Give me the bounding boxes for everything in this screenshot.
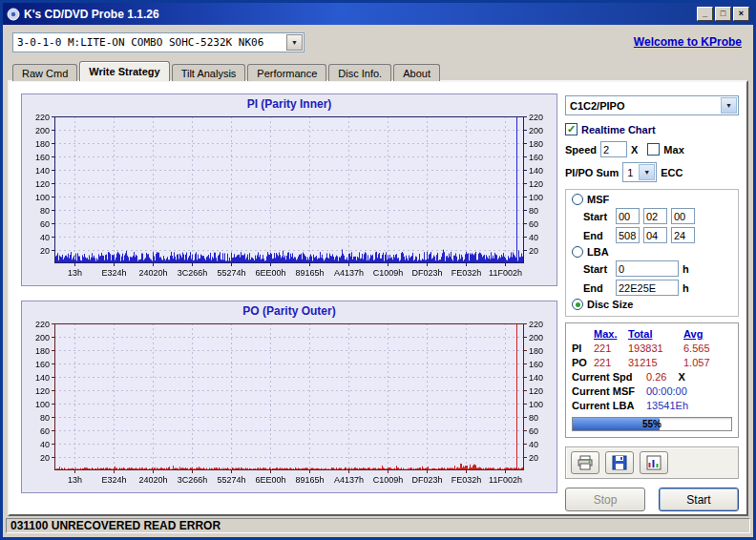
tab-performance[interactable]: Performance (247, 64, 326, 81)
pi-max-value: 221 (594, 342, 628, 356)
pi-total-value: 193831 (628, 342, 683, 356)
msf-radio[interactable] (572, 194, 583, 205)
stats-header-row: Max. Total Avg (572, 327, 732, 342)
pi-chart: PI (Parity Inner) (21, 93, 557, 286)
action-buttons: Stop Start (565, 488, 739, 511)
welcome-link[interactable]: Welcome to KProbe (634, 35, 742, 49)
po-chart: PO (Parity Outer) (21, 301, 557, 493)
device-select[interactable]: 3-0-1-0 M:LITE-ON COMBO SOHC-5232K NK06 … (12, 32, 304, 52)
msf-start-frame-input[interactable] (671, 208, 695, 224)
current-msf-row: Current MSF 00:00:00 (572, 384, 732, 399)
current-lba-row: Current LBA 13541Eh (572, 399, 732, 413)
realtime-chart-option: ✓ Realtime Chart (565, 123, 739, 135)
current-speed-unit: X (678, 370, 684, 384)
tab-strip: Raw CmdWrite StrategyTilt AnalysisPerfor… (3, 59, 753, 80)
window-controls: _ □ × (697, 7, 749, 21)
pi-avg-value: 6.565 (683, 342, 732, 356)
window-title: K's CD/DVD Probe 1.1.26 (24, 8, 693, 21)
floppy-disk-icon (612, 455, 627, 470)
speed-unit-label: X (631, 144, 638, 156)
current-msf-value: 00:00:00 (646, 384, 687, 399)
pipo-sum-label: PI/PO Sum (565, 167, 619, 178)
lba-label: LBA (587, 246, 609, 258)
title-bar[interactable]: K's CD/DVD Probe 1.1.26 _ □ × (3, 3, 753, 25)
app-window: K's CD/DVD Probe 1.1.26 _ □ × 3-0-1-0 M:… (0, 0, 756, 540)
msf-end-min-input[interactable] (616, 227, 640, 243)
tab-raw-cmd[interactable]: Raw Cmd (12, 64, 77, 81)
lba-end-unit: h (682, 282, 689, 294)
lba-start-label: Start (583, 263, 612, 275)
dropdown-arrow-icon[interactable]: ▼ (639, 164, 655, 180)
po-chart-title: PO (Parity Outer) (22, 301, 556, 320)
control-panel: C1C2/PIPO ▼ ✓ Realtime Chart Speed X Max… (565, 93, 739, 507)
current-speed-value: 0.26 (646, 370, 666, 384)
msf-start-min-input[interactable] (616, 208, 640, 224)
max-speed-label: Max (663, 144, 683, 156)
tab-disc-info-[interactable]: Disc Info. (328, 64, 391, 81)
speed-row: Speed X Max (565, 141, 739, 157)
stats-row-po: PO 221 31215 1.057 (572, 356, 732, 370)
start-button[interactable]: Start (659, 488, 739, 511)
pipo-sum-row: PI/PO Sum 1 ▼ ECC (565, 162, 739, 182)
pipo-sum-value: 1 (623, 167, 638, 178)
charts-area: PI (Parity Inner)PO (Parity Outer) (21, 93, 557, 507)
save-chart-image-button[interactable] (640, 451, 668, 474)
po-avg-value: 1.057 (683, 356, 732, 370)
lba-start-row: Start h (572, 260, 732, 277)
max-speed-checkbox[interactable] (647, 143, 660, 156)
current-lba-value: 13541Eh (646, 399, 688, 413)
tab-about[interactable]: About (393, 64, 440, 81)
progress-percent-label: 55% (573, 418, 731, 430)
stats-panel: Max. Total Avg PI 221 193831 6.565 PO 22… (565, 322, 739, 438)
current-msf-label: Current MSF (572, 384, 646, 399)
minimize-button[interactable]: _ (697, 7, 713, 21)
msf-start-row: Start (572, 208, 732, 224)
stats-header-max: Max. (594, 327, 628, 342)
maximize-button[interactable]: □ (715, 7, 731, 21)
po-max-value: 221 (594, 356, 628, 370)
progress-bar: 55% (572, 417, 732, 431)
mode-select-value: C1C2/PIPO (566, 100, 720, 112)
dropdown-arrow-icon[interactable]: ▼ (286, 34, 303, 51)
print-button[interactable] (571, 451, 599, 474)
msf-start-label: Start (583, 211, 612, 222)
current-speed-row: Current Spd 0.26 X (572, 370, 732, 384)
chart-export-icon (646, 455, 662, 470)
msf-start-sec-input[interactable] (643, 208, 667, 224)
lba-radio[interactable] (572, 246, 583, 258)
pi-chart-title: PI (Parity Inner) (22, 94, 556, 113)
tool-button-group (565, 447, 739, 479)
stats-row-pi: PI 221 193831 6.565 (572, 342, 732, 356)
device-select-value: 3-0-1-0 M:LITE-ON COMBO SOHC-5232K NK06 (13, 36, 285, 49)
speed-input[interactable] (600, 141, 627, 157)
pipo-sum-select[interactable]: 1 ▼ (622, 162, 657, 182)
printer-icon (577, 455, 594, 470)
tab-tilt-analysis[interactable]: Tilt Analysis (172, 64, 246, 81)
dropdown-arrow-icon[interactable]: ▼ (721, 97, 737, 114)
msf-end-frame-input[interactable] (671, 227, 695, 243)
status-bar: 031100 UNRECOVERED READ ERROR (3, 516, 753, 537)
toolbar: 3-0-1-0 M:LITE-ON COMBO SOHC-5232K NK06 … (3, 25, 753, 59)
po-total-value: 31215 (628, 356, 683, 370)
tab-write-strategy[interactable]: Write Strategy (79, 61, 169, 81)
lba-start-input[interactable] (616, 260, 679, 277)
range-group: MSF Start End LBA (565, 189, 739, 317)
stop-button[interactable]: Stop (565, 488, 645, 511)
realtime-chart-checkbox[interactable]: ✓ (565, 123, 578, 135)
disc-size-label: Disc Size (587, 299, 633, 310)
msf-end-sec-input[interactable] (643, 227, 667, 243)
mode-select[interactable]: C1C2/PIPO ▼ (565, 95, 739, 115)
msf-radio-row: MSF (572, 194, 732, 205)
disc-size-radio[interactable] (572, 299, 583, 310)
close-button[interactable]: × (733, 7, 749, 21)
ecc-label: ECC (661, 167, 682, 178)
current-lba-label: Current LBA (572, 399, 646, 413)
msf-end-row: End (572, 227, 732, 243)
save-button[interactable] (605, 451, 634, 474)
status-message: 031100 UNRECOVERED READ ERROR (6, 518, 750, 533)
lba-end-row: End h (572, 280, 732, 296)
app-icon (7, 8, 20, 21)
pi-chart-canvas (22, 113, 556, 282)
lba-end-input[interactable] (616, 280, 679, 296)
stats-header-avg: Avg (683, 327, 732, 342)
